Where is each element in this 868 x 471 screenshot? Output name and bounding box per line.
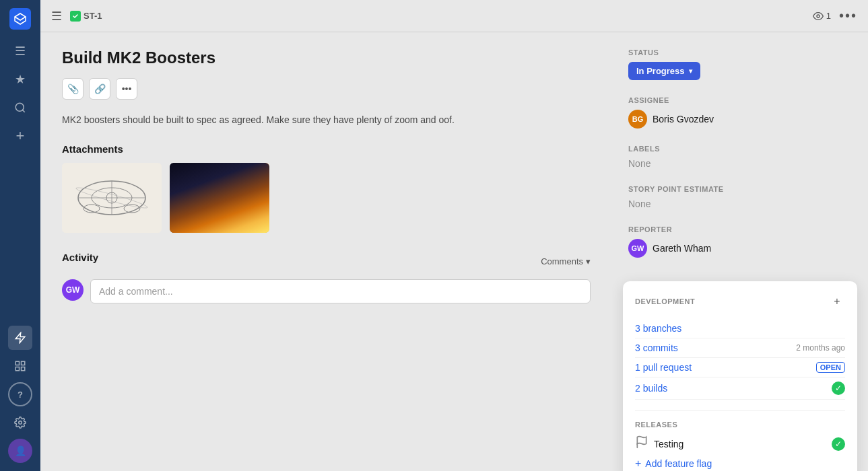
sidebar: ☰ ★ + ? 👤 xyxy=(0,0,40,471)
svg-marker-1 xyxy=(15,333,25,343)
left-panel: Build MK2 Boosters 📎 🔗 ••• MK2 boosters … xyxy=(40,32,612,471)
attachments-label: Attachments xyxy=(62,143,591,155)
svg-rect-2 xyxy=(15,361,19,365)
assignee-row[interactable]: BG Boris Gvozdev xyxy=(628,110,852,129)
release-check-icon: ✓ xyxy=(832,437,845,451)
sidebar-item-board[interactable] xyxy=(8,354,32,378)
reporter-section: REPORTER GW Gareth Wham xyxy=(628,225,852,258)
main-area: ☰ ST-1 1 ••• Build MK2 Boosters 📎 🔗 ••• xyxy=(40,0,868,471)
commits-row: 3 commits 2 months ago xyxy=(635,338,845,358)
branches-link[interactable]: 3 branches xyxy=(635,323,681,334)
content-area: Build MK2 Boosters 📎 🔗 ••• MK2 boosters … xyxy=(40,32,868,471)
issue-status-icon xyxy=(70,11,81,22)
assignee-label: ASSIGNEE xyxy=(628,96,852,104)
svg-rect-3 xyxy=(22,361,25,365)
labels-section: LABELS None xyxy=(628,145,852,169)
status-button[interactable]: In Progress ▾ xyxy=(628,62,700,80)
issue-id-badge: ST-1 xyxy=(70,11,102,22)
sidebar-item-help[interactable]: ? xyxy=(8,382,32,406)
branches-row: 3 branches xyxy=(635,319,845,338)
topbar: ☰ ST-1 1 ••• xyxy=(40,0,868,32)
add-flag-plus-icon: + xyxy=(635,458,641,470)
more-actions-button[interactable]: ••• xyxy=(116,78,137,100)
open-badge: OPEN xyxy=(816,362,845,373)
reporter-label: REPORTER xyxy=(628,225,852,233)
development-card: DEVELOPMENT + 3 branches 3 commits 2 mon… xyxy=(623,281,857,471)
watchers-count: 1 xyxy=(826,11,831,21)
sidebar-item-home[interactable]: ☰ xyxy=(8,39,32,63)
story-points-label: STORY POINT ESTIMATE xyxy=(628,185,852,193)
status-label: STATUS xyxy=(628,48,852,57)
more-options-button[interactable]: ••• xyxy=(839,8,857,24)
reporter-name: Gareth Wham xyxy=(653,243,711,254)
sidebar-item-views[interactable] xyxy=(8,326,32,350)
release-name: Testing xyxy=(654,439,826,449)
issue-title: Build MK2 Boosters xyxy=(62,48,591,67)
pull-request-row: 1 pull request OPEN xyxy=(635,358,845,377)
svg-rect-4 xyxy=(15,367,19,371)
builds-row: 2 builds ✓ xyxy=(635,377,845,400)
user-avatar: GW xyxy=(62,279,84,301)
pull-request-link[interactable]: 1 pull request xyxy=(635,362,692,373)
topbar-actions: 1 ••• xyxy=(813,8,857,24)
labels-label: LABELS xyxy=(628,145,852,153)
issue-description: MK2 boosters should be built to spec as … xyxy=(62,113,591,127)
comment-row: GW Add a comment... xyxy=(62,279,591,303)
releases-label: RELEASES xyxy=(635,421,845,429)
assignee-name: Boris Gvozdev xyxy=(653,114,714,124)
menu-icon[interactable]: ☰ xyxy=(51,9,62,24)
comment-input[interactable]: Add a comment... xyxy=(90,279,591,303)
activity-label: Activity xyxy=(62,252,98,263)
attach-button[interactable]: 📎 xyxy=(62,78,84,100)
svg-point-0 xyxy=(15,103,24,111)
status-section: STATUS In Progress ▾ xyxy=(628,48,852,80)
issue-id: ST-1 xyxy=(84,11,102,21)
attachment-sketch[interactable] xyxy=(62,163,162,233)
chevron-down-icon: ▾ xyxy=(689,67,692,75)
builds-check-icon: ✓ xyxy=(832,382,845,395)
reporter-row: GW Gareth Wham xyxy=(628,239,852,258)
release-row: Testing ✓ xyxy=(635,435,845,452)
watch-button[interactable]: 1 xyxy=(813,11,831,22)
release-icon xyxy=(635,435,648,452)
dev-card-header: DEVELOPMENT + xyxy=(635,293,845,310)
assignee-section: ASSIGNEE BG Boris Gvozdev xyxy=(628,96,852,129)
attachments-grid xyxy=(62,163,591,233)
add-feature-flag-button[interactable]: + Add feature flag xyxy=(635,458,845,470)
activity-filter-dropdown[interactable]: Comments ▾ xyxy=(541,256,591,266)
commits-link[interactable]: 3 commits xyxy=(635,342,678,353)
svg-point-7 xyxy=(817,15,820,17)
app-logo[interactable] xyxy=(9,8,31,30)
link-button[interactable]: 🔗 xyxy=(89,78,110,100)
sidebar-item-profile[interactable]: 👤 xyxy=(8,439,32,463)
assignee-avatar: BG xyxy=(628,110,647,129)
add-flag-label: Add feature flag xyxy=(645,458,712,469)
svg-point-6 xyxy=(19,421,22,425)
comment-placeholder: Add a comment... xyxy=(99,286,173,297)
right-panel: STATUS In Progress ▾ ASSIGNEE BG Boris G… xyxy=(612,32,868,471)
svg-rect-5 xyxy=(22,367,25,371)
development-add-button[interactable]: + xyxy=(829,293,845,310)
releases-section: RELEASES Testing ✓ + Add feature flag xyxy=(635,410,845,470)
commits-meta: 2 months ago xyxy=(796,343,845,353)
activity-section: Activity Comments ▾ GW Add a comment... xyxy=(62,252,591,303)
story-points-section: STORY POINT ESTIMATE None xyxy=(628,185,852,209)
builds-link[interactable]: 2 builds xyxy=(635,383,667,394)
chevron-down-icon: ▾ xyxy=(586,256,591,266)
development-label: DEVELOPMENT xyxy=(635,297,695,305)
activity-filter-label: Comments xyxy=(541,256,583,266)
sidebar-item-favorites[interactable]: ★ xyxy=(8,67,32,92)
action-bar: 📎 🔗 ••• xyxy=(62,78,591,100)
status-value: In Progress xyxy=(636,66,685,76)
reporter-avatar: GW xyxy=(628,239,647,258)
sidebar-item-settings[interactable] xyxy=(8,410,32,435)
labels-value: None xyxy=(628,158,852,169)
sidebar-item-search[interactable] xyxy=(8,96,32,120)
attachment-photo[interactable] xyxy=(170,163,269,233)
activity-header: Activity Comments ▾ xyxy=(62,252,591,271)
sidebar-item-create[interactable]: + xyxy=(8,124,32,148)
story-points-value: None xyxy=(628,198,852,209)
